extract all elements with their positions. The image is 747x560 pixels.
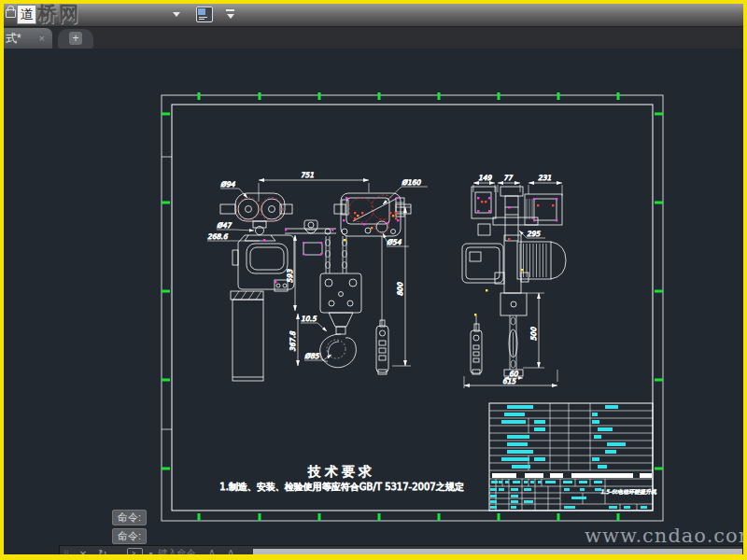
drag-handle-icon[interactable]: ⣿ [63,550,70,555]
recent-commands-icon[interactable]: ↻ [98,548,106,555]
command-input[interactable]: 键入命令 [158,547,195,554]
svg-text:77: 77 [503,174,514,182]
panel-line [199,19,204,20]
front-view-dimensions: 751 Ø94 Ø160 Ø47 268.6 Ø54 593 [207,171,428,366]
svg-text:技术要求: 技术要求 [307,464,375,479]
centering-marks [162,92,663,521]
svg-text:Ø85: Ø85 [304,352,320,360]
svg-text:751: 751 [301,171,315,179]
app-icon: 道 [17,5,36,24]
svg-text:295: 295 [527,230,542,238]
new-tab-button[interactable]: + [58,29,93,49]
command-history-line: 命令: [112,528,147,544]
model-space-canvas[interactable]: 751 Ø94 Ø160 Ø47 268.6 Ø54 593 [4,49,743,554]
cad-window: 道 桥网 式* × + [4,4,743,554]
svg-text:800: 800 [396,282,404,297]
file-tab-active[interactable]: 式* × [4,28,52,49]
command-history-line: 命令: [112,510,147,525]
screenshot-root: 道 桥网 式* × + [0,0,747,560]
commandbar-close-icon[interactable]: ✕ [79,549,87,555]
sheet-frame [162,95,663,521]
tab-close-icon[interactable]: × [39,28,45,49]
lock-icon [6,9,16,18]
quick-access-toolbar: 道 桥网 [4,4,743,27]
command-input-field[interactable] [253,549,743,554]
panel-line [199,17,207,18]
title-block-table: 1.5-6t电动环链提升机 [489,403,657,511]
toolbar-dropdown-icon[interactable] [173,12,180,17]
side-view [462,187,566,376]
panel-blue-block [198,8,205,15]
svg-text:Ø54: Ø54 [387,238,402,246]
svg-text:10.5: 10.5 [301,315,317,323]
cad-drawing: 751 Ø94 Ø160 Ø47 268.6 Ø54 593 [4,49,743,554]
command-prompt-icon: >_ [127,548,143,554]
plus-icon: + [69,32,82,45]
overflow-bar-icon [226,9,234,11]
watermark-bottom: www.cndao.com [585,525,743,547]
file-tab-bar: 式* × + [4,27,743,49]
command-options-icon[interactable]: ▾ [148,550,152,555]
svg-text:500: 500 [529,327,538,342]
layout-panel-icon[interactable] [196,7,213,22]
file-tab-label: 式* [6,32,21,45]
svg-text:149: 149 [478,174,493,182]
watermark-top: 桥网 [37,4,80,27]
technical-notes: 技术要求 1.制造、安装、检验使用等应符合GB/T 5317-2007之规定 [219,464,463,492]
svg-text:593: 593 [286,269,294,284]
svg-text:367.8: 367.8 [289,330,297,352]
svg-text:Ø160: Ø160 [402,178,421,187]
svg-text:1.制造、安装、检验使用等应符合GB/T 5317-2007: 1.制造、安装、检验使用等应符合GB/T 5317-2007之规定 [219,482,463,492]
svg-text:231: 231 [538,174,552,182]
svg-text:Ø94: Ø94 [220,180,235,189]
svg-text:1.5-6t电动环链提升机: 1.5-6t电动环链提升机 [600,488,657,495]
svg-text:615: 615 [502,377,517,385]
svg-text:268.6: 268.6 [207,232,229,241]
toolbar-overflow-icon[interactable] [227,14,234,19]
annotation-icons[interactable]: A A [208,549,239,555]
svg-text:Ø47: Ø47 [217,221,233,230]
